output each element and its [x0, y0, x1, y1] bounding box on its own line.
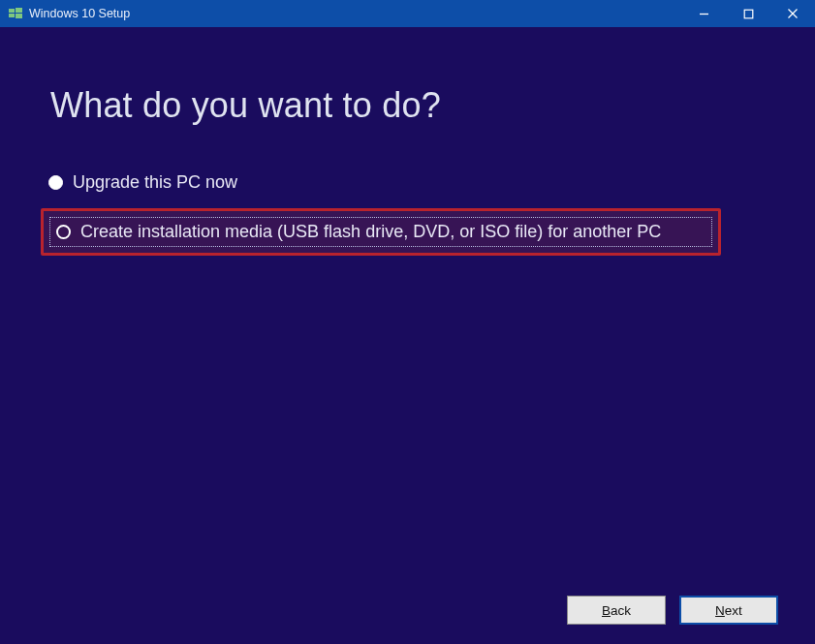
back-button[interactable]: Back — [567, 596, 666, 625]
app-icon — [8, 6, 23, 21]
window-controls — [681, 0, 815, 27]
option-label: Create installation media (USB flash dri… — [80, 222, 661, 242]
option-upgrade-now[interactable]: Upgrade this PC now — [41, 167, 719, 199]
annotation-highlight: Create installation media (USB flash dri… — [41, 208, 721, 256]
next-button[interactable]: Next — [679, 596, 778, 625]
svg-rect-2 — [9, 14, 15, 17]
svg-rect-0 — [9, 9, 15, 13]
radio-icon — [56, 225, 71, 239]
window-body: What do you want to do? Upgrade this PC … — [0, 27, 815, 644]
maximize-button[interactable] — [726, 0, 770, 27]
minimize-button[interactable] — [681, 0, 726, 27]
page-heading: What do you want to do? — [50, 85, 815, 126]
radio-icon — [48, 175, 63, 190]
titlebar: Windows 10 Setup — [0, 0, 815, 27]
options-group: Upgrade this PC now Create installation … — [41, 167, 815, 256]
svg-rect-1 — [16, 8, 22, 13]
option-label: Upgrade this PC now — [73, 172, 237, 193]
svg-rect-3 — [16, 14, 22, 18]
option-create-media[interactable]: Create installation media (USB flash dri… — [49, 217, 712, 247]
window-title: Windows 10 Setup — [29, 7, 681, 20]
svg-rect-5 — [744, 10, 753, 18]
close-button[interactable] — [770, 0, 815, 27]
footer-buttons: Back Next — [567, 596, 778, 625]
